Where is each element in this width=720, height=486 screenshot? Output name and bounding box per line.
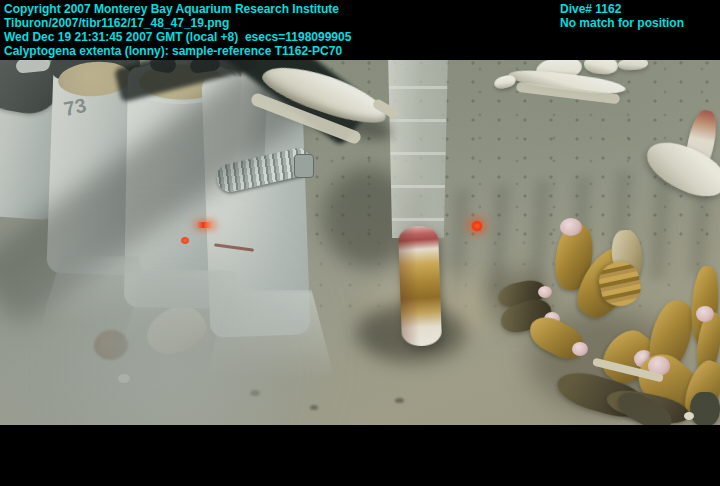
- laser-dot-left: [180, 237, 190, 244]
- telemetry-line: Depth= 2884.77 m Temp= 1.679 C Sal= 34.4…: [4, 470, 135, 486]
- copyright-line: Copyright 2007 Monterey Bay Aquarium Res…: [4, 2, 339, 16]
- dive-number: Dive# 1162: [560, 2, 621, 16]
- position-status: No match for position: [560, 16, 684, 30]
- annotation-line: Calyptogena extenta (lonny): sample-refe…: [4, 44, 342, 58]
- timestamp-line: Wed Dec 19 21:31:45 2007 GMT (local +8) …: [4, 30, 351, 44]
- seafloor-photo: 73: [0, 60, 720, 425]
- clam-siphon-tip: [572, 342, 588, 356]
- overlay-top-bar: Copyright 2007 Monterey Bay Aquarium Res…: [0, 0, 720, 60]
- shell-fleck: [684, 412, 694, 420]
- overlay-bottom-bar: Depth= 2884.77 m Temp= 1.679 C Sal= 34.4…: [0, 425, 720, 486]
- laser-dot-left: [196, 222, 214, 228]
- push-core-tube-clear: [384, 60, 452, 238]
- rov-video-frame: Copyright 2007 Monterey Bay Aquarium Res…: [0, 0, 720, 486]
- burrow-hole: [395, 398, 404, 403]
- standing-clam: [398, 225, 442, 346]
- clam-siphon-tip: [538, 286, 552, 298]
- clam-shell-dark: [690, 392, 720, 425]
- clam-siphon-tip: [560, 218, 582, 236]
- filepath-line: Tiburon/2007/tibr1162/17_48_47_19.png: [4, 16, 229, 30]
- laser-dot-right: [470, 220, 484, 232]
- clam-siphon-tip: [696, 306, 714, 322]
